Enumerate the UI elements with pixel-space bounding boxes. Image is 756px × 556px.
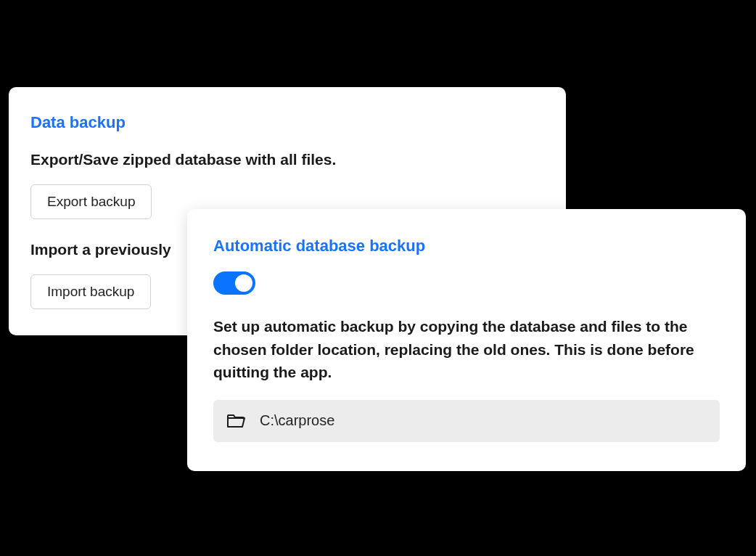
export-heading: Export/Save zipped database with all fil… — [30, 151, 544, 168]
auto-backup-description: Set up automatic backup by copying the d… — [213, 315, 720, 384]
auto-backup-title: Automatic database backup — [213, 237, 720, 255]
auto-backup-toggle[interactable] — [213, 271, 255, 295]
export-backup-button[interactable]: Export backup — [30, 184, 152, 219]
auto-backup-card: Automatic database backup Set up automat… — [187, 209, 746, 471]
import-backup-button[interactable]: Import backup — [30, 274, 151, 309]
backup-path-text: C:\carprose — [260, 412, 334, 429]
backup-path-field[interactable]: C:\carprose — [213, 400, 720, 442]
folder-open-icon — [226, 412, 247, 430]
data-backup-title: Data backup — [30, 113, 544, 132]
toggle-knob — [235, 274, 252, 292]
